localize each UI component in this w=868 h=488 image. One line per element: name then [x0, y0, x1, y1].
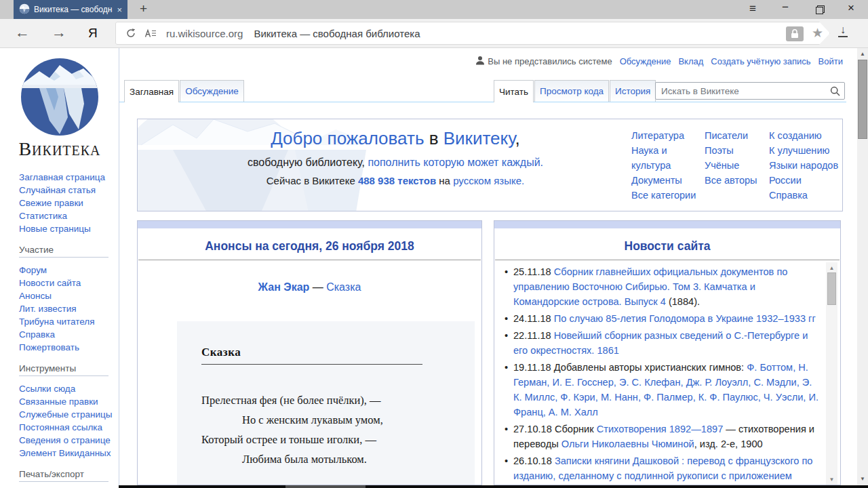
sidebar-item: Новые страницы [19, 222, 117, 235]
restore-window-icon[interactable] [816, 5, 825, 14]
sidebar-link[interactable]: Форум [19, 264, 47, 277]
sidebar-link[interactable]: Лит. известия [19, 302, 77, 315]
news-link[interactable]: Стихотворения 1892—1897 [597, 424, 724, 434]
news-item: •19.11.18 Добавлены авторы христианских … [504, 360, 823, 420]
news-item: •27.10.18 Сборник Стихотворения 1892—189… [504, 422, 823, 451]
talk-link[interactable]: Обсуждение [620, 56, 671, 66]
page-scrollbar-thumb[interactable] [858, 60, 867, 139]
box-header-strip [494, 221, 840, 228]
banner-link[interactable]: Писатели [705, 128, 769, 143]
russian-language-link[interactable]: русском языке. [453, 175, 524, 186]
lock-icon[interactable] [786, 25, 804, 43]
sidebar-link[interactable]: Статистика [19, 209, 67, 222]
contributions-link[interactable]: Вклад [678, 56, 703, 66]
sidebar-link[interactable]: Пожертвовать [19, 341, 79, 354]
banner-link[interactable]: Все категории [631, 188, 705, 203]
contribute-link[interactable]: пополнить которую может каждый. [368, 157, 543, 168]
sidebar-link[interactable]: Случайная статья [19, 184, 96, 197]
work-link[interactable]: Сказка [326, 281, 361, 293]
news-link[interactable]: Записки княгини Дашковой : перевод с фра… [513, 455, 812, 485]
tab-read[interactable]: Читать [494, 80, 534, 102]
poem-line-text: Но с женским лукавым умом, [242, 413, 383, 426]
browser-window: Викитека — свободная б × + ≡ − × ← → Я [0, 0, 868, 488]
poem-line: Любима была мотыльком. [201, 449, 397, 469]
welcome-sub-plain: свободную библиотеку, [248, 157, 368, 168]
welcome-link[interactable]: Добро пожаловать [271, 128, 424, 148]
banner-link[interactable]: Литература [631, 128, 705, 143]
news-link[interactable]: По случаю 85-летия Голодомора в Украине … [554, 313, 816, 324]
login-link[interactable]: Войти [818, 56, 843, 66]
sidebar-item: Новости сайта [19, 277, 117, 289]
close-window-icon[interactable]: × [848, 1, 854, 15]
sidebar-item: Трибуна читателя [19, 315, 117, 328]
poem-line: Прелестная фея (не более пчёлки), — [201, 390, 397, 410]
address-bar[interactable]: ru.wikisource.org Викитека — свободная б… [115, 22, 830, 45]
sidebar-link[interactable]: Справка [19, 328, 55, 341]
forward-button[interactable]: → [52, 24, 66, 41]
search-input[interactable] [656, 83, 844, 99]
banner-link[interactable]: Учёные [705, 158, 769, 173]
banner-link[interactable]: К улучшению [769, 143, 843, 158]
sidebar-link[interactable]: Элемент Викиданных [19, 447, 111, 460]
sidebar-link[interactable]: Заглавная страница [19, 171, 105, 184]
star-icon[interactable]: ★ [812, 25, 823, 41]
browser-tab[interactable]: Викитека — свободная б × [14, 0, 127, 19]
banner-column: ПисателиПоэтыУчёныеВсе авторы [705, 128, 769, 203]
news-link[interactable]: Ольги Николаевны Чюминой [561, 439, 694, 449]
reader-mode-icon[interactable] [144, 28, 157, 38]
sidebar-link[interactable]: Связанные правки [19, 395, 98, 408]
tab-close-icon[interactable]: × [117, 5, 122, 15]
sidebar-link[interactable]: Трибуна читателя [19, 315, 95, 328]
poem-line: Но с женским лукавым умом, [201, 410, 397, 430]
news-link[interactable]: Сборник главнейших официальных документо… [513, 266, 787, 307]
sidebar-content-divider [119, 48, 119, 485]
author-link[interactable]: Жан Экар [258, 281, 310, 293]
bottom-edge-bar [119, 485, 868, 488]
new-tab-button[interactable]: + [140, 1, 147, 16]
scroll-up-icon[interactable]: ▲ [826, 265, 837, 271]
reload-icon[interactable] [125, 28, 136, 39]
sidebar-link[interactable]: Новости сайта [19, 277, 81, 289]
minimize-icon[interactable]: − [782, 1, 789, 14]
browser-menu-icon[interactable]: ≡ [749, 2, 756, 16]
scroll-up-icon[interactable]: ▲ [857, 51, 868, 57]
scroll-down-icon[interactable]: ▼ [857, 476, 868, 482]
create-account-link[interactable]: Создать учётную запись [711, 56, 810, 66]
scroll-down-icon[interactable]: ▼ [826, 476, 837, 483]
sidebar-link[interactable]: Анонсы [19, 289, 52, 302]
search-icon[interactable] [830, 86, 840, 99]
banner-link[interactable]: Справка [769, 188, 843, 203]
back-button[interactable]: ← [15, 24, 30, 41]
sidebar-link[interactable]: Новые страницы [19, 222, 91, 235]
tab-history[interactable]: История [610, 80, 656, 102]
yandex-logo-icon[interactable]: Я [88, 26, 98, 41]
tab-view-source[interactable]: Просмотр кода [534, 80, 609, 102]
banner-link[interactable]: Документы [631, 173, 705, 188]
login-status: Вы не представились системе [475, 56, 612, 67]
tab-discussion[interactable]: Обсуждение [180, 80, 244, 102]
poem-line [201, 469, 397, 485]
news-scrollbar[interactable]: ▲ ▼ [826, 262, 837, 485]
banner-link[interactable]: Поэты [705, 143, 769, 158]
news-text: , изд. 2-е, 1900 [694, 439, 763, 449]
tab-main-page[interactable]: Заглавная [124, 80, 179, 102]
page-scrollbar[interactable]: ▲ ▼ [857, 48, 868, 485]
heading-divider [495, 260, 840, 260]
news-link[interactable]: Новейший сборник разных сведений о С.-Пе… [513, 330, 808, 356]
sidebar-link[interactable]: Ссылки сюда [19, 382, 75, 395]
welcome-stats: Сейчас в Викитеке 488 938 текстов на рус… [205, 175, 585, 186]
banner-link[interactable]: Языки народов России [769, 158, 843, 188]
sidebar-link[interactable]: Постоянная ссылка [19, 421, 102, 434]
texts-count-link[interactable]: 488 938 текстов [358, 175, 436, 186]
download-icon[interactable]: ↓ [837, 24, 849, 37]
sidebar-link[interactable]: Свежие правки [19, 197, 83, 209]
tab-title: Викитека — свободная б [34, 5, 113, 14]
banner-link[interactable]: Все авторы [705, 173, 769, 188]
wikisource-name-link[interactable]: Викитеку [443, 128, 515, 148]
sidebar-link[interactable]: Служебные страницы [19, 408, 112, 421]
sidebar-link[interactable]: Сведения о странице [19, 434, 111, 447]
wikisource-logo[interactable] [19, 56, 100, 138]
news-scrollbar-thumb[interactable] [827, 272, 836, 305]
banner-link[interactable]: Наука и культура [631, 143, 705, 173]
banner-link[interactable]: К созданию [769, 128, 843, 143]
